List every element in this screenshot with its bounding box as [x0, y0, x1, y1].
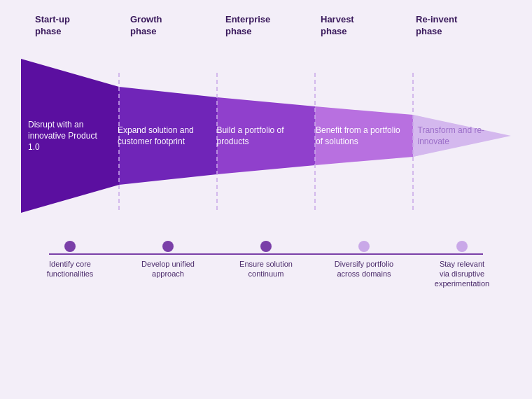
- timeline-label-5: Stay relevantvia disruptiveexperimentati…: [435, 259, 489, 289]
- timeline-dot-2: [162, 241, 174, 252]
- growth-description: Expand solution and customer footprint: [112, 125, 211, 147]
- timeline-label-2: Develop unifiedapproach: [141, 259, 195, 279]
- harvest-description: Benefit from a portfolio of solutions: [310, 125, 410, 147]
- phase-growth: Growthphase: [130, 14, 225, 38]
- timeline-point-3: Ensure solutioncontinuum: [217, 241, 315, 289]
- timeline-dot-5: [456, 241, 468, 252]
- funnel-text-layer: Disrupt with an innovative Product 1.0 E…: [21, 45, 511, 227]
- timeline-label-4: Diversify portfolioacross domains: [335, 259, 393, 279]
- diagram-container: Start-upphase Growthphase Enterprisephas…: [0, 0, 532, 399]
- phase-harvest: Harvestphase: [321, 14, 416, 38]
- timeline-point-1: Identify corefunctionalities: [21, 241, 119, 289]
- timeline-label-1: Identify corefunctionalities: [47, 259, 94, 279]
- timeline-point-5: Stay relevantvia disruptiveexperimentati…: [413, 241, 511, 289]
- phase-labels: Start-upphase Growthphase Enterprisephas…: [21, 14, 511, 38]
- timeline-label-3: Ensure solutioncontinuum: [239, 259, 293, 279]
- timeline-point-2: Develop unifiedapproach: [119, 241, 217, 289]
- timeline-dot-4: [358, 241, 370, 252]
- timeline-area: Identify corefunctionalities Develop uni…: [21, 241, 511, 297]
- timeline-dot-3: [260, 241, 272, 252]
- funnel-area: Disrupt with an innovative Product 1.0 E…: [21, 45, 511, 227]
- phase-startup: Start-upphase: [35, 14, 130, 38]
- enterprise-description: Build a portfolio of products: [211, 125, 311, 147]
- phase-reinvent: Re-inventphase: [416, 14, 511, 38]
- reinvent-description: Transform and re-innovate: [410, 125, 512, 147]
- phase-enterprise: Enterprisephase: [225, 14, 321, 38]
- timeline-dot-1: [64, 241, 76, 252]
- timeline-dots-row: Identify corefunctionalities Develop uni…: [21, 241, 511, 289]
- timeline-point-4: Diversify portfolioacross domains: [315, 241, 413, 289]
- startup-description: Disrupt with an innovative Product 1.0: [21, 119, 112, 153]
